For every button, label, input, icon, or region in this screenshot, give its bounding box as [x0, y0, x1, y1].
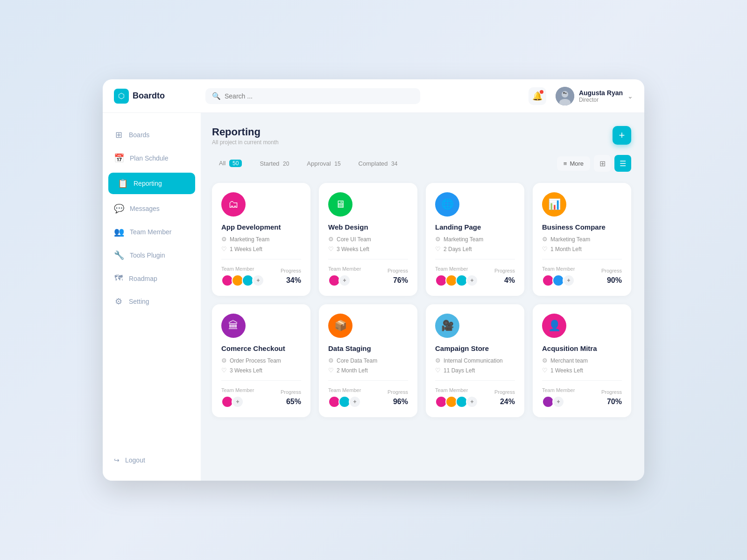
progress-col: Progress 96%: [388, 389, 408, 406]
time-icon: ♡: [542, 367, 548, 374]
sidebar-item-team-member[interactable]: 👥 Team Member: [103, 221, 201, 243]
sidebar-item-boards[interactable]: ⊞ Boards: [103, 124, 201, 146]
add-button[interactable]: +: [613, 126, 631, 145]
sidebar-item-tools-plugin[interactable]: 🔧 Tools Plugin: [103, 245, 201, 266]
plus-avatar[interactable]: +: [552, 396, 564, 408]
page-subtitle: All project in current month: [212, 139, 279, 146]
card-title: Web Design: [328, 223, 408, 231]
sidebar-item-messages[interactable]: 💬 Messages: [103, 198, 201, 219]
card-icon: 📦: [328, 314, 352, 338]
time-icon: ♡: [542, 245, 548, 252]
sidebar-item-logout[interactable]: ↪ Logout: [103, 451, 201, 469]
card-team: ⚙ Marketing Team: [221, 236, 301, 243]
sidebar-item-label: Team Member: [130, 228, 171, 236]
progress-col: Progress 34%: [281, 268, 301, 285]
plus-avatar[interactable]: +: [563, 274, 575, 287]
team-icon: ⚙: [435, 357, 441, 364]
card-title: App Development: [221, 223, 301, 231]
filter-complated[interactable]: Complated 34: [352, 156, 405, 171]
card-time: ♡ 3 Weeks Left: [328, 245, 408, 252]
sidebar-item-roadmap[interactable]: 🗺 Roadmap: [103, 268, 201, 289]
time-left: 1 Month Left: [550, 246, 582, 252]
team-member-label: Team Member: [542, 266, 575, 272]
card-landing-page: 🌐 Landing Page ⚙ Marketing Team ♡ 2 Days…: [426, 183, 524, 296]
sidebar-item-reporting[interactable]: 📋 Reporting: [108, 173, 195, 194]
sidebar-item-label: Boards: [129, 131, 149, 139]
team-name: Core UI Team: [337, 236, 371, 243]
more-button[interactable]: ≡ More: [557, 156, 590, 171]
user-role: Director: [579, 97, 623, 103]
page-title: Reporting: [212, 126, 279, 138]
team-icon: ⚙: [221, 357, 227, 364]
card-divider: [328, 259, 408, 259]
team-icon: ⚙: [542, 236, 548, 243]
team-col: Team Member +: [221, 266, 264, 287]
header-right: 🔔 Augusta Ryan Director ⌄: [529, 87, 633, 105]
card-time: ♡ 1 Month Left: [542, 245, 622, 252]
team-name: Marketing Team: [230, 236, 269, 243]
avatars-list: +: [542, 396, 575, 408]
filter-approval[interactable]: Approval 15: [300, 156, 347, 171]
svg-point-4: [565, 92, 566, 94]
search-icon: 🔍: [212, 92, 221, 100]
view-list-button[interactable]: ☰: [614, 155, 631, 172]
notification-button[interactable]: 🔔: [529, 87, 546, 105]
progress-value: 34%: [281, 276, 301, 285]
plus-avatar[interactable]: +: [466, 274, 478, 287]
main-content: Reporting All project in current month +…: [201, 113, 644, 481]
avatars-list: +: [435, 396, 478, 408]
time-icon: ♡: [328, 245, 334, 252]
team-name: Internal Communication: [444, 357, 503, 364]
card-divider: [435, 380, 515, 381]
card-time: ♡ 2 Days Left: [435, 245, 515, 252]
card-divider: [542, 259, 622, 259]
time-left: 11 Days Left: [444, 367, 475, 374]
card-title: Data Staging: [328, 344, 408, 352]
team-col: Team Member +: [542, 387, 575, 408]
team-name: Core Data Team: [337, 357, 377, 364]
sidebar-item-plan-schedule[interactable]: 📅 Plan Schdule: [103, 147, 201, 169]
plus-avatar[interactable]: +: [232, 396, 244, 408]
body: ⊞ Boards 📅 Plan Schdule 📋 Reporting 💬 Me…: [103, 113, 644, 481]
search-area[interactable]: 🔍: [205, 88, 420, 104]
team-member-label: Team Member: [435, 266, 478, 272]
card-divider: [221, 380, 301, 381]
plus-avatar[interactable]: +: [252, 274, 264, 287]
filter-started[interactable]: Started 20: [253, 156, 296, 171]
reporting-icon: 📋: [118, 178, 128, 189]
filter-icon: ≡: [564, 160, 567, 167]
card-icon: 🗂: [221, 192, 246, 217]
team-name: Marketing Team: [550, 236, 590, 243]
avatars-list: +: [435, 274, 478, 287]
card-icon: 📊: [542, 192, 566, 217]
user-area[interactable]: Augusta Ryan Director ⌄: [556, 87, 633, 105]
app-name: Boardto: [133, 91, 165, 101]
card-footer: Team Member + Progress 4%: [435, 266, 515, 287]
team-name: Marketing Team: [444, 236, 483, 243]
time-icon: ♡: [221, 367, 227, 374]
progress-value: 90%: [601, 276, 622, 285]
card-footer: Team Member + Progress 70%: [542, 387, 622, 408]
card-team: ⚙ Order Process Team: [221, 357, 301, 364]
card-time: ♡ 3 Weeks Left: [221, 367, 301, 374]
view-grid-button[interactable]: ⊞: [594, 155, 611, 172]
card-divider: [542, 380, 622, 381]
card-title: Comerce Checkout: [221, 344, 301, 352]
plus-avatar[interactable]: +: [466, 396, 478, 408]
header: ⬡ Boardto 🔍 🔔: [103, 79, 644, 113]
filter-all[interactable]: All 50: [212, 155, 249, 171]
boards-icon: ⊞: [114, 130, 123, 140]
team-icon: ⚙: [435, 236, 441, 243]
sidebar-item-setting[interactable]: ⚙ Setting: [103, 291, 201, 312]
team-member-label: Team Member: [328, 387, 361, 393]
time-left: 3 Weeks Left: [230, 367, 262, 374]
more-label: More: [570, 160, 584, 167]
time-icon: ♡: [435, 245, 441, 252]
plus-avatar[interactable]: +: [349, 396, 361, 408]
progress-label: Progress: [494, 389, 515, 395]
search-input[interactable]: [225, 92, 414, 100]
progress-label: Progress: [281, 389, 301, 395]
filters-right: ≡ More ⊞ ☰: [557, 155, 631, 172]
card-time: ♡ 11 Days Left: [435, 367, 515, 374]
plus-avatar[interactable]: +: [338, 274, 351, 287]
